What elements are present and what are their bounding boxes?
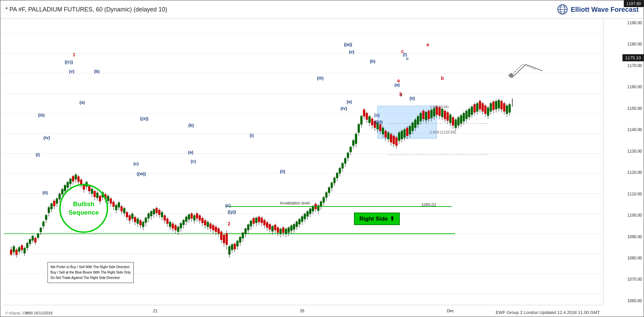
svg-rect-50 [61, 189, 63, 194]
svg-rect-232 [307, 211, 309, 216]
svg-rect-222 [293, 224, 295, 229]
wave-label-c-3: (c) [225, 203, 231, 208]
svg-rect-126 [164, 216, 166, 220]
svg-rect-380 [506, 106, 508, 114]
svg-rect-194 [255, 218, 257, 223]
wave-label-ii-3: (ii) [410, 96, 415, 101]
svg-rect-150 [196, 214, 198, 218]
svg-rect-290 [385, 131, 387, 137]
svg-rect-338 [449, 115, 451, 123]
svg-rect-336 [447, 113, 449, 121]
svg-rect-362 [482, 103, 484, 112]
wave-label-c-2: (c) [191, 159, 196, 164]
svg-rect-54 [67, 182, 69, 187]
svg-rect-132 [172, 224, 174, 228]
svg-rect-352 [468, 109, 470, 117]
svg-rect-216 [285, 229, 287, 234]
wave-label-c-5: c [406, 56, 409, 61]
svg-rect-356 [474, 104, 476, 113]
svg-rect-38 [45, 215, 47, 220]
svg-rect-144 [188, 215, 190, 219]
disclaimer-line2: Buy / Sell at the Blue Boxes With The Ri… [51, 270, 131, 275]
svg-rect-206 [271, 226, 273, 231]
wave-label-iii: (iii) [38, 113, 45, 118]
svg-rect-136 [177, 227, 179, 231]
svg-rect-202 [266, 222, 268, 227]
svg-rect-370 [492, 102, 494, 110]
svg-rect-250 [331, 183, 333, 188]
svg-rect-344 [457, 117, 459, 125]
svg-rect-20 [21, 245, 23, 250]
svg-rect-184 [242, 233, 244, 238]
wave-label-cc-1: ((c)) [65, 59, 73, 64]
right-side-box: Right Side ⬆ [354, 213, 400, 225]
svg-rect-278 [368, 116, 371, 123]
svg-line-385 [526, 64, 543, 71]
svg-rect-152 [199, 216, 201, 220]
svg-rect-210 [277, 227, 279, 232]
svg-rect-138 [180, 223, 182, 228]
svg-rect-124 [161, 212, 163, 217]
svg-rect-312 [414, 120, 416, 128]
svg-rect-164 [215, 227, 217, 231]
svg-rect-368 [490, 103, 492, 112]
wave-label-iv-2: (iv) [341, 106, 347, 111]
svg-rect-104 [134, 217, 136, 222]
price-1190: 1190.00 [604, 21, 644, 25]
disclaimer-line3: Do Not Trade Against The Right Side Dire… [51, 275, 131, 281]
svg-rect-374 [498, 100, 500, 108]
svg-rect-366 [487, 107, 489, 116]
svg-rect-274 [363, 109, 365, 116]
svg-rect-236 [312, 206, 314, 211]
price-1130: 1130.00 [604, 149, 644, 154]
svg-rect-110 [142, 222, 144, 227]
svg-rect-156 [204, 220, 206, 225]
right-side-arrow: ⬆ [390, 215, 394, 222]
svg-rect-358 [476, 103, 478, 112]
svg-rect-170 [223, 235, 225, 243]
svg-rect-252 [333, 178, 335, 183]
wave-label-2: 2 [228, 221, 230, 226]
svg-rect-172 [226, 233, 228, 245]
svg-rect-34 [40, 228, 42, 232]
svg-rect-254 [336, 173, 338, 178]
wave-label-iv: (iv) [43, 135, 50, 140]
ewf-logo-icon [557, 4, 568, 15]
svg-rect-142 [185, 217, 187, 222]
svg-rect-158 [207, 222, 209, 227]
svg-rect-300 [398, 133, 400, 141]
svg-rect-266 [352, 140, 354, 146]
time-label-21: 21 [153, 309, 157, 313]
price-1180: 1180.00 [604, 42, 644, 46]
svg-rect-14 [13, 246, 15, 252]
disclaimer-line1: We Prefer to Buy / Sell With The Right S… [51, 264, 131, 270]
svg-rect-340 [452, 117, 454, 125]
price-1120: 1120.00 [604, 170, 644, 175]
svg-rect-280 [371, 119, 373, 125]
wave-label-b-red2: b [399, 91, 402, 97]
svg-rect-88 [112, 202, 115, 207]
svg-rect-270 [358, 124, 360, 133]
chart-title: * PA #F, PALLADIUM FUTURES, 60 (Dynamic)… [5, 6, 167, 13]
svg-rect-302 [401, 131, 403, 139]
wave-label-a-1: (a) [79, 100, 85, 105]
svg-rect-140 [183, 220, 185, 225]
svg-rect-154 [201, 218, 203, 223]
price-1160: 1160.00 [604, 85, 644, 89]
svg-rect-198 [261, 218, 263, 223]
svg-rect-186 [245, 228, 247, 234]
svg-rect-214 [282, 227, 284, 232]
svg-rect-260 [344, 158, 346, 163]
svg-rect-108 [139, 220, 141, 225]
wave-label-1: 1 [73, 52, 75, 57]
wave-label-a-2: (a) [188, 150, 193, 155]
wave-label-ii-1: (ii) [42, 190, 48, 195]
svg-rect-92 [118, 202, 120, 207]
svg-rect-200 [263, 220, 265, 225]
svg-rect-86 [110, 199, 112, 203]
svg-rect-234 [309, 209, 311, 214]
wave-label-cy: ((y)) [228, 209, 236, 214]
wave-label-b-2: (b) [188, 123, 194, 128]
svg-rect-288 [382, 128, 384, 134]
svg-rect-322 [428, 111, 430, 119]
